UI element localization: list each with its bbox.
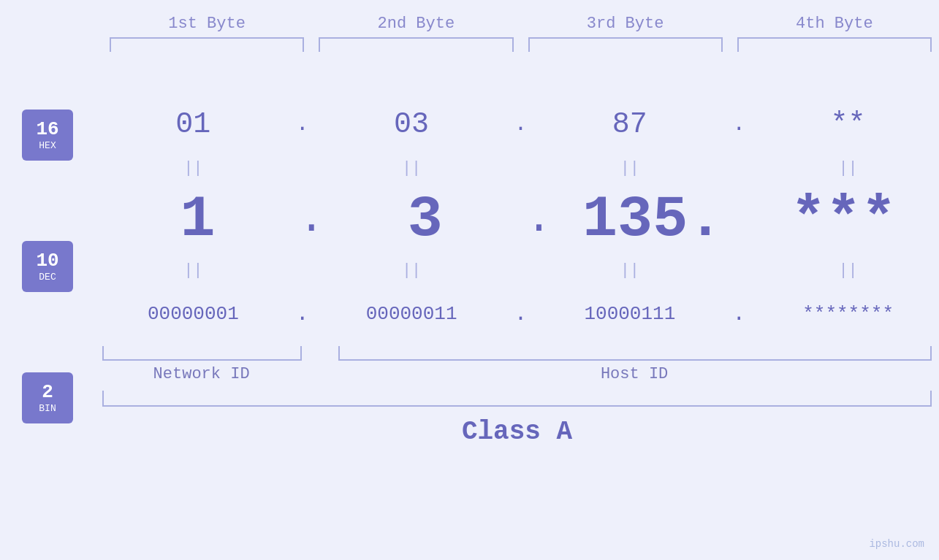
id-labels-row: Network ID Host ID <box>102 365 932 383</box>
content-area: 01 . 03 . 87 . ** || || <box>0 95 939 447</box>
footer-text: ipshu.com <box>869 538 924 550</box>
bin-byte3-cell: 10000111 <box>539 303 721 325</box>
hex-byte3-cell: 87 <box>539 108 721 141</box>
dec-byte4: *** <box>791 186 896 253</box>
dec-dot1: . <box>293 194 330 244</box>
dec-byte1-cell: 1 <box>102 186 293 253</box>
hex-byte3: 87 <box>612 108 647 141</box>
byte3-header: 3rd Byte <box>521 15 730 37</box>
byte1-header: 1st Byte <box>102 15 311 37</box>
dec-byte3: 135. <box>582 186 723 253</box>
network-id-label: Network ID <box>102 365 300 383</box>
bracket-byte3 <box>528 37 723 52</box>
dec-dot2: . <box>521 194 558 244</box>
bin-dot3: . <box>721 302 757 326</box>
hex-byte2-cell: 03 <box>321 108 503 141</box>
host-bottom-bracket <box>338 346 932 361</box>
bin-byte1: 00000001 <box>148 303 239 325</box>
bottom-brackets-container <box>102 346 932 361</box>
hex-byte4-cell: ** <box>757 108 939 141</box>
network-bottom-bracket <box>102 346 302 361</box>
dec-row: 1 . 3 . 135. *** <box>102 183 939 256</box>
hex-byte4: ** <box>831 108 866 141</box>
hex-dot2: . <box>503 112 539 137</box>
bin-dot1: . <box>284 302 321 326</box>
main-container: 1st Byte 2nd Byte 3rd Byte 4th Byte 16 H… <box>0 0 939 560</box>
bin-dot2: . <box>503 302 539 326</box>
class-row: Class A <box>102 417 932 447</box>
dec-byte2-cell: 3 <box>330 186 520 253</box>
bracket-byte2 <box>319 37 513 52</box>
dec-byte2: 3 <box>408 186 443 253</box>
bin-byte2: 00000011 <box>366 303 457 325</box>
dec-byte3-cell: 135. <box>558 186 748 253</box>
hex-byte1: 01 <box>175 108 210 141</box>
hex-dot1: . <box>284 112 321 137</box>
top-brackets <box>102 37 939 52</box>
dec-byte4-cell: *** <box>748 186 939 253</box>
footer: ipshu.com <box>869 538 924 550</box>
bin-byte3: 10000111 <box>584 303 675 325</box>
equals-row-2: || || || || <box>102 256 939 285</box>
hex-byte1-cell: 01 <box>102 108 284 141</box>
hex-dot3: . <box>721 112 757 137</box>
class-label: Class A <box>462 417 572 447</box>
bin-row: 00000001 . 00000011 . 10000111 . *******… <box>102 285 939 343</box>
bin-byte2-cell: 00000011 <box>321 303 503 325</box>
bin-byte4-cell: ******** <box>757 303 939 325</box>
bin-byte4: ******** <box>802 303 894 325</box>
equals-row-1: || || || || <box>102 153 939 183</box>
bin-byte1-cell: 00000001 <box>102 303 284 325</box>
bracket-byte4 <box>737 37 932 52</box>
class-bottom-bracket <box>102 391 932 407</box>
byte-headers: 1st Byte 2nd Byte 3rd Byte 4th Byte <box>102 15 939 37</box>
byte4-header: 4th Byte <box>730 15 939 37</box>
hex-row: 01 . 03 . 87 . ** <box>102 95 939 153</box>
hex-byte2: 03 <box>394 108 429 141</box>
byte2-header: 2nd Byte <box>311 15 520 37</box>
host-id-label: Host ID <box>337 365 932 383</box>
bracket-byte1 <box>110 37 304 52</box>
dec-byte1: 1 <box>180 186 216 253</box>
